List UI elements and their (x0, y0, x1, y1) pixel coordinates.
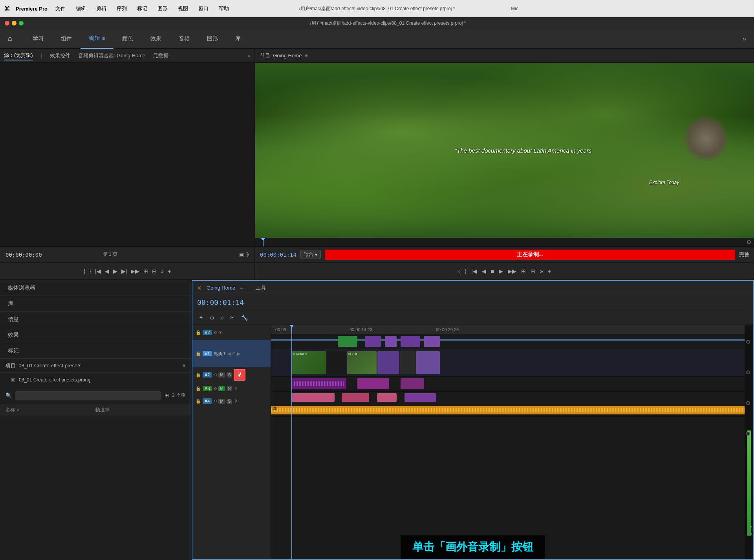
a3-badge[interactable]: A3 (203, 386, 212, 391)
tool-razor[interactable]: ✂ (229, 314, 236, 321)
source-insert[interactable]: ⊞ (143, 268, 148, 274)
source-play[interactable]: ▶ (113, 268, 117, 274)
v2-lock-icon[interactable]: 🔒 (196, 330, 201, 335)
a4-badge[interactable]: A4 (203, 398, 212, 404)
a2-sync-icon[interactable]: ⟲ (213, 372, 217, 378)
source-go-in[interactable]: |◀ (95, 268, 101, 274)
source-more2[interactable]: » (161, 268, 164, 274)
v2-clip-purple2[interactable] (385, 336, 397, 347)
nav-edit[interactable]: 编辑 ≡ (81, 29, 113, 49)
tool-track[interactable]: ⊙ (208, 314, 216, 321)
a3-mic-icon[interactable]: 🎙 (234, 386, 238, 391)
prog-play[interactable]: ▶ (499, 268, 503, 274)
a2-lock-icon[interactable]: 🔒 (196, 372, 201, 378)
source-panel-more[interactable]: » (248, 53, 251, 58)
timeline-tools-label[interactable]: 工具 (256, 285, 266, 292)
a2-badge[interactable]: A2 (203, 372, 212, 378)
v2-clip-purple1[interactable] (365, 336, 381, 347)
source-step-back[interactable]: ◀ (105, 268, 109, 274)
a3-wave-pink[interactable] (291, 393, 335, 402)
a2-m-button[interactable]: M (218, 372, 225, 378)
prog-more[interactable]: » (540, 268, 543, 274)
prog-stop[interactable]: ■ (491, 268, 494, 274)
menu-marker[interactable]: 标记 (135, 4, 150, 13)
voiceover-record-button[interactable]: 🎙 (234, 369, 245, 381)
v1-next-icon[interactable]: ▶ (237, 351, 240, 356)
v1-track-content[interactable]: fx Great fo fx Vist (271, 349, 753, 377)
prog-mark-in[interactable]: { (458, 268, 460, 274)
source-mark-out[interactable]: } (89, 268, 91, 274)
menu-graphic[interactable]: 图形 (155, 4, 170, 13)
prog-go-in[interactable]: |◀ (471, 268, 477, 274)
a2-wave-purple[interactable] (291, 378, 346, 389)
a3-s-button[interactable]: S (227, 386, 232, 391)
a3-lock-icon[interactable]: 🔒 (196, 386, 201, 391)
prog-insert[interactable]: ⊞ (521, 268, 526, 274)
a3-wave-pink2[interactable] (342, 393, 369, 402)
tool-wrench[interactable]: 🔧 (240, 314, 249, 321)
v2-clip-purple4[interactable] (424, 336, 440, 347)
v2-badge[interactable]: V2 (203, 330, 212, 335)
nav-assembly[interactable]: 组件 (52, 29, 81, 49)
a2-s-button[interactable]: S (227, 372, 232, 378)
prog-mark-out[interactable]: } (465, 268, 467, 274)
clip-purple-v1-1[interactable] (377, 351, 399, 374)
nav-learn[interactable]: 学习 (24, 29, 52, 49)
complete-button[interactable]: 完整 (739, 251, 749, 258)
a4-m-button[interactable]: M (218, 399, 225, 404)
menu-edit[interactable]: 编辑 (73, 4, 88, 13)
search-input[interactable] (15, 391, 161, 400)
menu-file[interactable]: 文件 (53, 4, 68, 13)
menu-window[interactable]: 窗口 (196, 4, 211, 13)
ruler-bar[interactable]: :00:00 00:00:14:23 00:00:29:23 (271, 325, 753, 334)
scroll-dot-2[interactable] (746, 370, 750, 374)
prog-step-fwd[interactable]: ▶▶ (508, 268, 516, 274)
prog-step-back[interactable]: ◀ (482, 268, 486, 274)
source-overwrite[interactable]: ⊟ (152, 268, 157, 274)
sidebar-item-info[interactable]: 信息 (0, 312, 191, 327)
source-go-out[interactable]: ▶▶ (131, 268, 139, 274)
tab-source[interactable]: 源：(无剪辑) (4, 51, 33, 60)
a4-track-content[interactable]: fx (271, 404, 753, 417)
source-mark-in[interactable]: { (84, 268, 86, 274)
v1-lock-icon[interactable]: 🔒 (196, 351, 201, 356)
sidebar-item-library[interactable]: 库 (0, 296, 191, 312)
clip-great-fo[interactable]: fx Great fo (291, 351, 326, 374)
nav-audio[interactable]: 音频 (170, 29, 198, 49)
clip-purple-v1-2[interactable] (416, 351, 440, 374)
a3-wave-purple[interactable] (404, 393, 436, 402)
a3-m-button[interactable]: M (218, 386, 225, 391)
menu-view[interactable]: 视图 (176, 4, 190, 13)
scroll-dot-1[interactable] (746, 340, 750, 344)
nav-color[interactable]: 颜色 (113, 29, 142, 49)
fit-dropdown[interactable]: 适合 ▾ (300, 250, 321, 259)
a2-track-content[interactable] (271, 377, 753, 392)
program-menu-icon[interactable]: ≡ (305, 53, 308, 58)
timeline-menu-icon[interactable]: ≡ (240, 285, 243, 291)
menu-sequence[interactable]: 序列 (114, 4, 129, 13)
v1-prev-icon[interactable]: ◀ (227, 351, 231, 356)
v2-track-content[interactable] (271, 334, 753, 349)
v2-eye-icon[interactable]: 👁 (218, 330, 223, 335)
sidebar-item-markers[interactable]: 标记 (0, 343, 191, 359)
tool-ripple[interactable]: ✦ (197, 314, 205, 321)
scroll-dot-3[interactable] (746, 401, 750, 405)
source-play-out[interactable]: ▶| (121, 268, 127, 274)
scroll-dot-4[interactable] (746, 432, 750, 436)
v2-clip-purple3[interactable] (401, 336, 420, 347)
nav-effects[interactable]: 效果 (142, 29, 170, 49)
sidebar-item-media[interactable]: 媒体浏览器 (0, 280, 191, 296)
nav-graphics[interactable]: 图形 (198, 29, 227, 49)
a3-sync-icon[interactable]: ⟲ (213, 386, 217, 391)
tool-select[interactable]: ⟐ (219, 314, 225, 321)
v1-sync-icon[interactable]: ⊙ (232, 351, 236, 356)
close-button[interactable] (5, 21, 9, 26)
clip-dark1[interactable] (327, 351, 346, 374)
a4-sync-icon[interactable]: ⟲ (213, 399, 217, 404)
tab-metadata[interactable]: 元数据 (153, 51, 168, 60)
nav-more-button[interactable]: » (743, 35, 746, 42)
clip-vist[interactable]: fx Vist (347, 351, 377, 374)
a4-lock-icon[interactable]: 🔒 (196, 399, 201, 404)
v2-clip-green[interactable] (338, 336, 357, 347)
v1-badge[interactable]: V1 (203, 351, 212, 356)
